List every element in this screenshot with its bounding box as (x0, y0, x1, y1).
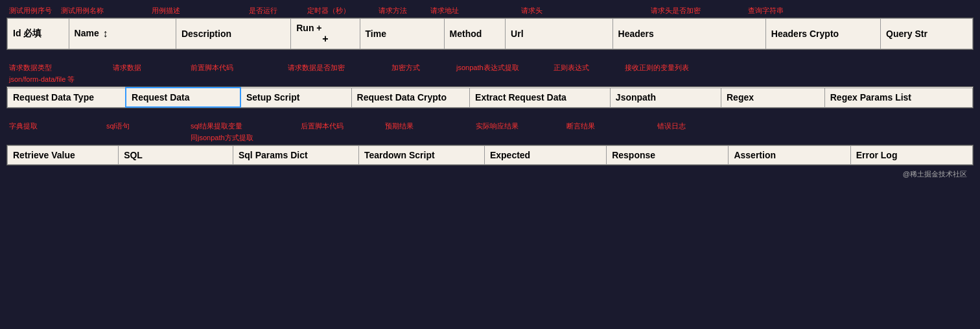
cell-description[interactable]: Description (176, 19, 290, 49)
label-jsonpath: jsonpath表达式提取 (454, 62, 551, 73)
mid-label-row: 请求数据类型 请求数据 前置脚本代码 请求数据是否加密 加密方式 jsonpat… (6, 50, 974, 74)
label-request-data-type: 请求数据类型 (6, 62, 110, 73)
label-method: 请求方法 (376, 5, 428, 16)
cell-request-data-crypto[interactable]: Request Data Crypto (351, 88, 470, 107)
cell-method[interactable]: Method (444, 19, 506, 49)
label-error-log: 错误日志 (655, 121, 745, 132)
label-empty2 (104, 132, 188, 143)
mid-sublabel-row: json/form-data/file 等 (6, 74, 974, 86)
cell-sql-text: SQL (124, 150, 143, 160)
cell-response[interactable]: Response (607, 146, 729, 165)
mid-table-row: Request Data Type Request Data Setup Scr… (8, 88, 973, 107)
label-setup-script: 前置脚本代码 (188, 62, 285, 73)
label-run: 是否运行 (246, 5, 305, 16)
cell-setup-script[interactable]: Setup Script (240, 88, 351, 107)
bot-table-row: Retrieve Value SQL Sql Params Dict Teard… (8, 146, 973, 165)
label-url: 请求地址 (428, 5, 519, 16)
cell-request-data[interactable]: Request Data (126, 88, 240, 107)
cell-jsonpath[interactable]: Jsonpath (610, 88, 721, 107)
cell-ts-text: Teardown Script (364, 150, 435, 160)
bot-sublabel-row: 同jsonpath方式提取 (6, 132, 974, 145)
cell-extract-request-data[interactable]: Extract Request Data (470, 88, 611, 107)
label-description: 用例描述 (149, 5, 246, 16)
label-expected: 预期结果 (382, 121, 473, 132)
top-table: Id 必填 Name ↕ Description Run + + Time (6, 18, 974, 50)
cell-regex-text: Regex (727, 92, 754, 103)
cell-time-text: Time (366, 29, 386, 39)
plus-icon[interactable]: + (296, 33, 354, 45)
cell-sql[interactable]: SQL (119, 146, 233, 165)
cell-teardown-script[interactable]: Teardown Script (358, 146, 484, 165)
cell-url-text: Url (511, 29, 523, 39)
cell-rpl-text: Regex Params List (830, 92, 911, 103)
cell-ss-text: Setup Script (246, 92, 299, 103)
label-name: 测试用例名称 (58, 5, 149, 16)
cell-rdc-text: Request Data Crypto (357, 92, 447, 103)
cell-url[interactable]: Url (506, 19, 612, 49)
label-sql-params-dict: sql结果提取变量 (188, 121, 298, 132)
cell-request-data-type[interactable]: Request Data Type (8, 88, 126, 107)
cell-id-text: Id 必填 (13, 28, 41, 38)
cell-assertion[interactable]: Assertion (729, 146, 850, 165)
label-response: 实际响应结果 (473, 121, 564, 132)
mid-section: 请求数据类型 请求数据 前置脚本代码 请求数据是否加密 加密方式 jsonpat… (6, 50, 974, 108)
mid-table: Request Data Type Request Data Setup Scr… (6, 86, 974, 108)
cell-headers-text: Headers (618, 29, 654, 39)
bot-label-row: 字典提取 sql语句 sql结果提取变量 后置脚本代码 预期结果 实际响应结果 … (6, 108, 974, 132)
cell-exp-text: Expected (490, 150, 530, 160)
label-assertion: 断言结果 (564, 121, 655, 132)
cell-sql-params-dict[interactable]: Sql Params Dict (233, 146, 358, 165)
label-request-data: 请求数据 (110, 55, 188, 73)
label-retrieve-value: 字典提取 (6, 121, 104, 132)
cell-error-log[interactable]: Error Log (850, 146, 972, 165)
cell-spd-text: Sql Params Dict (239, 150, 308, 160)
label-hcrypto: 请求头是否加密 (648, 5, 745, 16)
cell-run-text: Run + (296, 23, 321, 33)
cell-name[interactable]: Name ↕ (69, 19, 176, 49)
cell-el-text: Error Log (856, 150, 898, 160)
top-label-row: 测试用例序号 测试用例名称 用例描述 是否运行 定时器（秒） 请求方法 请求地址… (6, 5, 974, 18)
cell-headers[interactable]: Headers (612, 19, 765, 49)
footer-text: @稀土掘金技术社区 (903, 170, 967, 178)
cell-desc-text: Description (181, 29, 231, 39)
cell-rdt-text: Request Data Type (13, 92, 94, 103)
cell-resp-text: Response (612, 150, 655, 160)
cell-erd-text: Extract Request Data (475, 92, 566, 103)
label-id: 测试用例序号 (6, 5, 58, 16)
label-regex: 正则表达式 (551, 62, 622, 73)
label-json-form: json/form-data/file 等 (6, 74, 110, 85)
cell-expected[interactable]: Expected (484, 146, 606, 165)
cell-jp-text: Jsonpath (616, 92, 656, 103)
cell-run[interactable]: Run + + (291, 19, 360, 49)
cell-method-text: Method (450, 29, 482, 39)
cell-headers-crypto[interactable]: Headers Crypto (765, 19, 880, 49)
resize-cursor-icon: ↕ (103, 28, 108, 39)
label-encrypt-method: 加密方式 (389, 62, 454, 73)
label-regex-params: 接收正则的变量列表 (622, 62, 719, 73)
label-time: 定时器（秒） (305, 5, 376, 16)
cell-name-text: Name (75, 28, 99, 38)
cell-assert-text: Assertion (734, 150, 776, 160)
cell-rd-text: Request Data (132, 92, 189, 103)
cell-regex-params-list[interactable]: Regex Params List (824, 88, 972, 107)
top-section: 测试用例序号 测试用例名称 用例描述 是否运行 定时器（秒） 请求方法 请求地址… (6, 5, 974, 50)
cell-time[interactable]: Time (360, 19, 444, 49)
cell-hcrypto-text: Headers Crypto (771, 29, 839, 39)
bot-table: Retrieve Value SQL Sql Params Dict Teard… (6, 145, 974, 165)
footer: @稀土掘金技术社区 (6, 165, 974, 180)
label-headers: 请求头 (519, 5, 648, 16)
cell-retrieve-value[interactable]: Retrieve Value (8, 146, 119, 165)
bot-section: 字典提取 sql语句 sql结果提取变量 后置脚本代码 预期结果 实际响应结果 … (6, 108, 974, 165)
label-qstr: 查询字符串 (745, 5, 823, 16)
cell-id[interactable]: Id 必填 (8, 19, 69, 49)
label-request-data-crypto: 请求数据是否加密 (285, 62, 389, 73)
cell-regex[interactable]: Regex (721, 88, 825, 107)
cell-qstr-text: Query Str (886, 29, 928, 39)
label-sql: sql语句 (104, 114, 188, 132)
top-table-row: Id 必填 Name ↕ Description Run + + Time (8, 19, 973, 49)
label-teardown-script: 后置脚本代码 (298, 121, 382, 132)
cell-query-str[interactable]: Query Str (881, 19, 973, 49)
cell-rv-text: Retrieve Value (13, 150, 75, 160)
label-sql-same-jsonpath: 同jsonpath方式提取 (188, 132, 298, 143)
label-empty1 (6, 132, 104, 143)
